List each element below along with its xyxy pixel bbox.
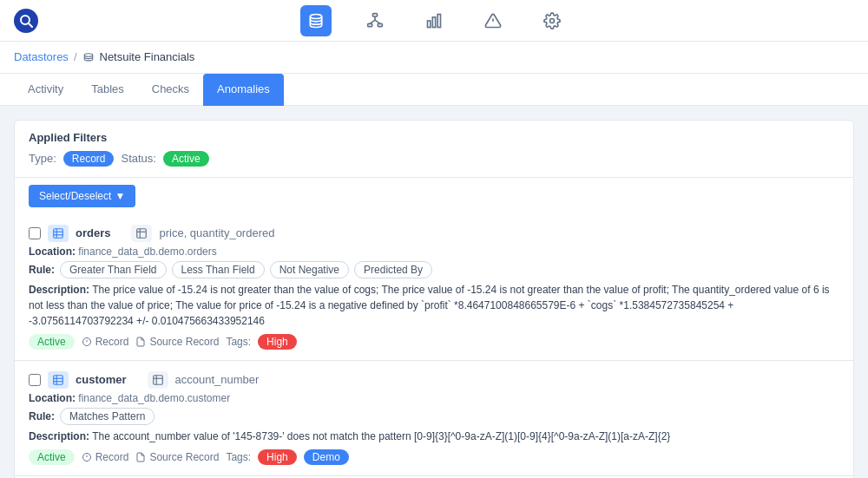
filters-section: Applied Filters Type: Record Status: Act… — [14, 120, 854, 178]
nav-settings[interactable] — [536, 5, 568, 36]
svg-line-7 — [370, 20, 375, 23]
anomaly-checkbox-customer-acct[interactable] — [29, 374, 41, 386]
status-orders: Active — [29, 334, 75, 350]
rule-row-customer-acct: Rule: Matches Pattern — [29, 408, 839, 425]
anomaly-item-orders: orders price, quantity_ordered Location:… — [14, 214, 854, 361]
type-label: Type: — [29, 152, 56, 165]
col-icon-orders — [131, 225, 152, 242]
svg-line-8 — [375, 20, 380, 23]
tag-demo-ca: Demo — [304, 449, 349, 465]
svg-point-2 — [310, 14, 321, 18]
rule-tag-0-0: Greater Than Field — [60, 261, 167, 278]
breadcrumb-root[interactable]: Datastores — [14, 50, 69, 63]
tab-checks[interactable]: Checks — [138, 74, 203, 106]
svg-rect-4 — [368, 23, 372, 26]
rule-row-orders: Rule: Greater Than Field Less Than Field… — [29, 261, 839, 278]
svg-rect-26 — [54, 375, 63, 384]
tab-anomalies[interactable]: Anomalies — [203, 74, 284, 106]
table-name-customer-acct: customer — [76, 373, 127, 386]
status-label: Status: — [121, 152, 155, 165]
status-customer-acct: Active — [29, 449, 75, 465]
logo — [14, 9, 38, 33]
record-type-value: Record — [95, 336, 129, 348]
rule-tag-0-1: Less Than Field — [172, 261, 265, 278]
rule-tag-1-0: Matches Pattern — [60, 408, 155, 425]
record-type-orders: Record — [82, 336, 129, 348]
rule-tags-orders: Greater Than Field Less Than Field Not N… — [60, 261, 432, 278]
table-icon-orders — [48, 225, 69, 242]
rule-tag-0-3: Predicted By — [354, 261, 432, 278]
anomaly-checkbox-orders[interactable] — [29, 227, 41, 239]
record-type-value-ca: Record — [95, 451, 129, 463]
breadcrumb-current: Netsuite Financials — [100, 50, 195, 63]
tag-high-ca: High — [258, 449, 297, 465]
location-orders: Location: finance_data_db.demo.orders — [29, 246, 839, 258]
location-value-customer-acct: finance_data_db.demo.customer — [78, 392, 230, 404]
rule-label-ca: Rule: — [29, 410, 55, 422]
tags-label-orders: Tags: — [226, 336, 251, 348]
rule-tag-0-2: Not Negative — [270, 261, 349, 278]
source-orders: Source Record — [135, 336, 219, 348]
svg-rect-11 — [437, 14, 440, 27]
table-icon-customer-acct — [48, 371, 69, 389]
logo-icon — [14, 9, 38, 33]
nav-alerts[interactable] — [477, 5, 509, 36]
tab-activity[interactable]: Activity — [14, 74, 77, 106]
main-content: Applied Filters Type: Record Status: Act… — [0, 106, 868, 478]
tags-label-ca: Tags: — [226, 451, 251, 463]
svg-point-14 — [550, 18, 555, 23]
rule-label-orders: Rule: — [29, 264, 55, 276]
desc-value-orders: The price value of -15.24 is not greater… — [29, 284, 830, 327]
location-value-orders: finance_data_db.demo.orders — [78, 246, 216, 258]
filters-title: Applied Filters — [29, 131, 839, 144]
tab-tables[interactable]: Tables — [77, 74, 138, 106]
svg-rect-10 — [432, 16, 435, 27]
col-name-customer-acct: account_number — [175, 373, 260, 386]
chevron-down-icon: ▼ — [115, 190, 125, 202]
footer-customer-acct: Active Record Source Record Tags: High D… — [29, 449, 839, 465]
anomaly-header-customer-acct: customer account_number — [29, 371, 839, 389]
svg-rect-16 — [54, 228, 63, 238]
anomaly-header-orders: orders price, quantity_ordered — [29, 225, 839, 242]
select-deselect-button[interactable]: Select/Deselect ▼ — [29, 185, 135, 207]
nav-icons — [300, 5, 568, 36]
breadcrumb: Datastores / Netsuite Financials — [0, 42, 868, 74]
desc-customer-acct: Description: The account_number value of… — [29, 429, 839, 444]
source-value-orders: Source Record — [149, 336, 219, 348]
table-name-orders: orders — [76, 226, 110, 239]
svg-rect-30 — [153, 375, 162, 384]
location-label: Location: — [29, 246, 76, 258]
nav-datastores[interactable] — [300, 5, 332, 36]
svg-rect-3 — [373, 13, 378, 16]
source-value-ca: Source Record — [149, 451, 219, 463]
record-type-ca: Record — [82, 451, 129, 463]
svg-rect-9 — [428, 21, 431, 28]
source-ca: Source Record — [135, 451, 219, 463]
svg-point-15 — [84, 53, 92, 56]
actions-bar: Select/Deselect ▼ — [14, 178, 854, 214]
filter-row: Type: Record Status: Active — [29, 151, 839, 167]
nav-lineage[interactable] — [359, 5, 391, 36]
desc-label-ca: Description: — [29, 430, 89, 442]
rule-tags-customer-acct: Matches Pattern — [60, 408, 155, 425]
status-badge: Active — [163, 151, 209, 167]
nav-analytics[interactable] — [418, 5, 450, 36]
svg-line-1 — [29, 23, 32, 27]
breadcrumb-ds-icon — [82, 50, 95, 64]
desc-orders: Description: The price value of -15.24 i… — [29, 282, 839, 329]
col-icon-customer-acct — [148, 371, 168, 389]
location-customer-acct: Location: finance_data_db.demo.customer — [29, 392, 839, 404]
tag-high-orders: High — [258, 334, 297, 350]
location-label-ca: Location: — [29, 392, 76, 404]
anomaly-list: orders price, quantity_ordered Location:… — [14, 214, 854, 478]
anomaly-item-customer-acct: customer account_number Location: financ… — [14, 361, 854, 476]
tabs-bar: Activity Tables Checks Anomalies — [0, 74, 868, 106]
select-deselect-label: Select/Deselect — [39, 190, 111, 202]
desc-label-orders: Description: — [29, 284, 89, 296]
footer-orders: Active Record Source Record Tags: High — [29, 334, 839, 350]
svg-rect-20 — [137, 228, 147, 238]
type-badge: Record — [63, 151, 115, 167]
breadcrumb-separator: / — [74, 50, 77, 63]
svg-rect-5 — [378, 23, 382, 26]
top-nav — [0, 0, 868, 42]
